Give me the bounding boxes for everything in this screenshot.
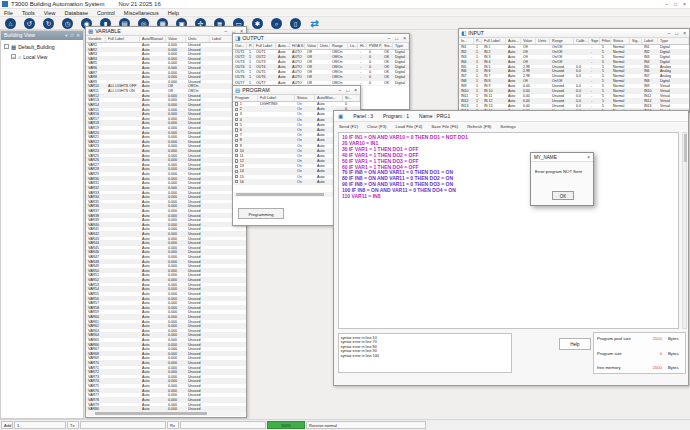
checkbox[interactable] — [235, 159, 238, 162]
column-header[interactable]: Calib... — [574, 38, 589, 44]
close-icon[interactable]: × — [354, 88, 357, 93]
menu-item-file[interactable]: File — [4, 9, 13, 16]
tree-item-default_building[interactable]: -▦Default_Building — [1, 43, 83, 50]
checkbox[interactable] — [235, 118, 238, 121]
column-header[interactable]: Out... — [233, 43, 247, 49]
horizontal-scrollbar[interactable] — [87, 411, 245, 416]
building-icon[interactable]: ⌂ — [5, 18, 16, 29]
code-editor-area[interactable]: 10 IF IN1 = ON AND VAR10 = 0 THEN DO1 = … — [338, 132, 679, 329]
column-header[interactable]: Units — [536, 38, 550, 44]
close-icon[interactable]: × — [403, 36, 406, 41]
input-grid-header[interactable]: In...P...Full LabelAuto...ValueUnitsRang… — [459, 38, 689, 45]
column-header[interactable]: Label — [642, 38, 658, 44]
column-header[interactable]: HOA S... — [290, 43, 305, 49]
editor-toolbar-settings[interactable]: Settings — [500, 124, 516, 129]
dialog-titlebar[interactable]: MY_NAME × — [531, 153, 593, 162]
column-header[interactable]: Status — [611, 38, 630, 44]
column-header[interactable]: Auto... — [506, 38, 521, 44]
editor-toolbar-refresh[interactable]: Refresh (F8) — [467, 124, 491, 129]
checkbox[interactable] — [235, 144, 238, 147]
variable-window-titlebar[interactable]: ▦ VARIABLE – □ × — [86, 27, 246, 36]
maximize-icon[interactable]: □ — [674, 0, 677, 9]
search-icon[interactable]: ⌕ — [271, 18, 282, 29]
checkbox[interactable] — [235, 175, 238, 178]
schedule-clock-icon[interactable]: ◷ — [62, 18, 73, 29]
redo-icon[interactable]: ↻ — [43, 18, 54, 29]
programming-button[interactable]: Programming — [238, 208, 284, 219]
column-header[interactable]: Range — [330, 43, 348, 49]
close-icon[interactable]: × — [683, 31, 686, 36]
checkbox[interactable] — [235, 113, 238, 116]
checkbox[interactable] — [235, 180, 238, 183]
checkbox[interactable] — [235, 139, 238, 142]
editor-toolbar-clear[interactable]: Clear (F3) — [367, 124, 386, 129]
checkbox[interactable] — [235, 128, 238, 131]
column-header[interactable]: Type — [658, 38, 689, 44]
column-header[interactable]: Units — [318, 43, 330, 49]
column-header[interactable]: Full Label — [106, 36, 140, 42]
maximize-icon[interactable]: □ — [675, 31, 678, 36]
column-header[interactable]: Value — [305, 43, 318, 49]
checkbox[interactable] — [235, 123, 238, 126]
sync-icon[interactable]: ⇄ — [309, 18, 320, 29]
editor-toolbar-send[interactable]: Send (F2) — [339, 124, 358, 129]
column-header[interactable]: Lo... — [348, 43, 358, 49]
gear-icon[interactable]: ✱ — [252, 18, 263, 29]
menu-item-miscellaneous[interactable]: Miscellaneous — [124, 9, 159, 16]
variable-grid-header[interactable]: VariableFull LabelAuto/ManualValueUnitsL… — [86, 36, 246, 43]
undo-icon[interactable]: ↺ — [24, 18, 35, 29]
column-header[interactable]: Auto/Man... — [315, 95, 343, 101]
minimize-icon[interactable]: – — [339, 88, 342, 93]
program-window-titlebar[interactable]: ▤ PROGRAM – □ × — [233, 86, 360, 95]
checkbox[interactable] — [235, 134, 238, 137]
editor-toolbar-load[interactable]: Load File (F4) — [395, 124, 422, 129]
checkbox[interactable] — [235, 154, 238, 157]
output-grid-header[interactable]: Out...P...Full LabelAuto...HOA S...Value… — [233, 43, 409, 50]
help-button[interactable]: Help — [559, 338, 591, 350]
column-header[interactable]: Type — [393, 43, 409, 49]
checkbox[interactable] — [235, 108, 238, 111]
output-window-titlebar[interactable]: ◨ OUTPUT – □ × — [233, 34, 409, 43]
column-header[interactable]: PWM P... — [367, 43, 382, 49]
column-header[interactable]: Full Label — [254, 43, 276, 49]
column-header[interactable]: Range — [550, 38, 574, 44]
tree-expander[interactable]: + — [11, 54, 16, 59]
column-header[interactable]: Auto... — [276, 43, 290, 49]
menu-item-view[interactable]: View — [44, 9, 56, 16]
close-icon[interactable]: × — [683, 0, 686, 9]
maximize-icon[interactable]: □ — [395, 36, 398, 41]
checkbox[interactable] — [235, 149, 238, 152]
mobile-device-icon[interactable]: ▯ — [290, 18, 301, 29]
column-header[interactable]: Program — [233, 95, 258, 101]
column-header[interactable]: Full Label — [258, 95, 295, 101]
column-header[interactable]: Si... — [343, 95, 360, 101]
ok-button[interactable]: OK — [552, 191, 574, 200]
checkbox[interactable] — [235, 165, 238, 168]
program-grid-header[interactable]: ProgramFull LabelStatusAuto/Man...Si... — [233, 95, 360, 102]
menu-item-database[interactable]: Database — [65, 9, 89, 16]
column-header[interactable]: Sta... — [382, 43, 393, 49]
editor-toolbar-save[interactable]: Save File (F6) — [431, 124, 458, 129]
checkbox[interactable] — [235, 102, 238, 105]
column-header[interactable]: Value — [166, 36, 186, 42]
column-header[interactable]: Sign — [589, 38, 600, 44]
minimize-icon[interactable]: – — [668, 31, 671, 36]
menu-item-control[interactable]: Control — [97, 9, 115, 16]
column-header[interactable]: Filter — [600, 38, 611, 44]
menu-item-tools[interactable]: Tools — [22, 9, 35, 16]
pin-icon[interactable]: □ — [71, 31, 74, 40]
input-window-titlebar[interactable]: ◧ INPUT – □ × — [459, 29, 689, 38]
column-header[interactable]: Variable — [86, 36, 106, 42]
column-header[interactable]: Value — [521, 38, 536, 44]
checkbox[interactable] — [235, 170, 238, 173]
syntax-error-list[interactable]: syntax error in line 10syntax error in l… — [338, 333, 512, 373]
close-icon[interactable]: ✕ — [76, 31, 80, 40]
chevron-down-icon[interactable]: ▾ — [65, 31, 67, 40]
minimize-icon[interactable]: – — [388, 36, 391, 41]
tree-item-local view[interactable]: +⌂Local View — [1, 53, 83, 60]
maximize-icon[interactable]: □ — [346, 88, 349, 93]
column-header[interactable]: Status — [295, 95, 315, 101]
column-header[interactable]: Auto/Manual — [140, 36, 166, 42]
menu-item-help[interactable]: Help — [168, 9, 179, 16]
column-header[interactable]: Hi... — [358, 43, 367, 49]
